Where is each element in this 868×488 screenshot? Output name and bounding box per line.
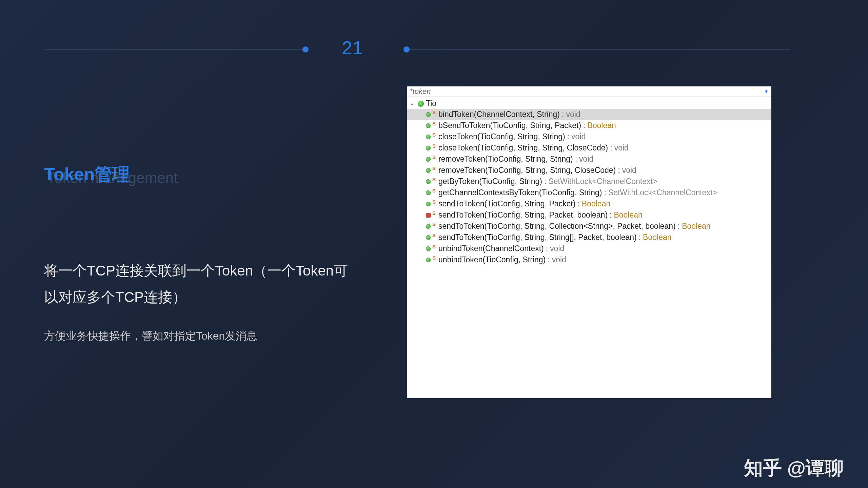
static-marker-icon: S: [432, 210, 436, 216]
return-separator: :: [567, 132, 569, 141]
watermark: 知乎 @谭聊: [744, 455, 844, 481]
method-signature: removeToken(TioConfig, String, String, C…: [438, 166, 616, 175]
method-signature: bSendToToken(TioConfig, String, Packet): [438, 121, 581, 130]
method-row[interactable]: ScloseToken(TioConfig, String, String, C…: [407, 142, 771, 154]
return-type: void: [552, 255, 566, 264]
class-row[interactable]: ⌄ Tio: [407, 97, 771, 109]
method-signature: closeToken(TioConfig, String, String): [438, 132, 565, 141]
method-signature: sendToToken(TioConfig, String, Collectio…: [438, 222, 676, 231]
return-type: Boolean: [587, 121, 616, 130]
method-row[interactable]: SremoveToken(TioConfig, String, String) …: [407, 154, 771, 165]
return-separator: :: [618, 166, 620, 175]
static-marker-icon: S: [432, 109, 436, 115]
method-visibility-icon: [426, 157, 431, 162]
return-type: void: [579, 155, 593, 164]
static-marker-icon: S: [432, 165, 436, 171]
return-type: void: [622, 166, 636, 175]
method-visibility-icon: [426, 190, 431, 195]
method-visibility-icon: [426, 112, 431, 117]
return-type: void: [566, 110, 580, 119]
return-separator: :: [678, 222, 680, 231]
dropdown-caret-icon[interactable]: ▼: [764, 89, 769, 94]
divider-left: [44, 49, 305, 50]
class-icon: [418, 101, 424, 107]
static-marker-icon: S: [432, 143, 436, 149]
method-row[interactable]: SunbindToken(ChannelContext) : void: [407, 243, 771, 254]
return-separator: :: [546, 244, 548, 253]
static-marker-icon: S: [432, 255, 436, 261]
static-marker-icon: S: [432, 221, 436, 227]
method-signature: sendToToken(TioConfig, String, String[],…: [438, 233, 637, 242]
method-row[interactable]: SgetChannelContextsByToken(TioConfig, St…: [407, 187, 771, 198]
return-type: Boolean: [582, 199, 610, 208]
return-separator: :: [583, 121, 585, 130]
method-row[interactable]: SgetByToken(TioConfig, String) : SetWith…: [407, 176, 771, 187]
search-input[interactable]: *token ▼: [407, 86, 771, 97]
method-visibility-icon: [426, 258, 431, 262]
method-signature: sendToToken(TioConfig, String, Packet, b…: [438, 210, 608, 220]
method-signature: sendToToken(TioConfig, String, Packet): [438, 199, 575, 208]
page-number: 21: [342, 37, 363, 59]
method-visibility-icon: [426, 146, 431, 150]
return-separator: :: [604, 188, 606, 197]
return-separator: :: [562, 110, 564, 119]
method-row[interactable]: SsendToToken(TioConfig, String, String[]…: [407, 232, 771, 243]
method-visibility-icon: [426, 202, 431, 206]
method-signature: closeToken(TioConfig, String, String, Cl…: [438, 143, 608, 152]
method-signature: unbindToken(ChannelContext): [438, 244, 544, 253]
code-outline-panel: *token ▼ ⌄ Tio SbindToken(ChannelContext…: [407, 86, 771, 398]
static-marker-icon: S: [432, 232, 436, 238]
return-separator: :: [575, 155, 577, 164]
page-title: Token管理: [44, 163, 349, 186]
method-row[interactable]: SbindToken(ChannelContext, String) : voi…: [407, 109, 771, 120]
expand-icon[interactable]: ⌄: [410, 100, 416, 107]
return-separator: :: [610, 210, 612, 220]
method-visibility-icon: [426, 179, 431, 184]
description-main: 将一个TCP连接关联到一个Token（一个Token可以对应多个TCP连接）: [44, 258, 349, 310]
class-name: Tio: [426, 99, 436, 108]
return-type: SetWithLock<ChannelContext>: [608, 188, 717, 197]
method-row[interactable]: SunbindToken(TioConfig, String) : void: [407, 254, 771, 265]
method-signature: getChannelContextsByToken(TioConfig, Str…: [438, 188, 602, 197]
return-type: Boolean: [643, 233, 671, 242]
divider-right: [407, 49, 790, 50]
static-marker-icon: S: [432, 188, 436, 194]
static-marker-icon: S: [432, 244, 436, 249]
method-row[interactable]: SremoveToken(TioConfig, String, String, …: [407, 165, 771, 176]
method-row[interactable]: SsendToToken(TioConfig, String, Packet) …: [407, 198, 771, 209]
method-row[interactable]: SbSendToToken(TioConfig, String, Packet)…: [407, 120, 771, 131]
return-type: void: [614, 143, 629, 152]
static-marker-icon: S: [432, 177, 436, 182]
static-marker-icon: S: [432, 199, 436, 205]
return-type: Boolean: [614, 210, 642, 220]
method-row[interactable]: SsendToToken(TioConfig, String, Packet, …: [407, 209, 771, 221]
return-type: void: [571, 132, 586, 141]
return-type: Boolean: [682, 222, 710, 231]
search-text: *token: [410, 87, 431, 96]
left-content: Token management Token管理 将一个TCP连接关联到一个To…: [44, 163, 349, 344]
static-marker-icon: S: [432, 132, 436, 138]
return-separator: :: [639, 233, 641, 242]
return-separator: :: [548, 255, 550, 264]
method-visibility-icon: [426, 123, 431, 128]
method-row[interactable]: SsendToToken(TioConfig, String, Collecti…: [407, 221, 771, 232]
static-marker-icon: S: [432, 154, 436, 160]
method-visibility-icon: [426, 168, 431, 173]
return-separator: :: [577, 199, 579, 208]
method-visibility-icon: [426, 246, 431, 251]
static-marker-icon: S: [432, 121, 436, 126]
method-visibility-icon: [426, 135, 431, 139]
return-type: SetWithLock<ChannelContext>: [548, 177, 657, 186]
return-separator: :: [610, 143, 612, 152]
method-signature: removeToken(TioConfig, String, String): [438, 155, 573, 164]
return-separator: :: [544, 177, 546, 186]
method-signature: unbindToken(TioConfig, String): [438, 255, 546, 264]
method-signature: bindToken(ChannelContext, String): [438, 110, 560, 119]
method-row[interactable]: ScloseToken(TioConfig, String, String) :…: [407, 131, 771, 142]
method-visibility-icon: [426, 213, 431, 218]
method-signature: getByToken(TioConfig, String): [438, 177, 542, 186]
method-visibility-icon: [426, 224, 431, 229]
method-visibility-icon: [426, 235, 431, 240]
return-type: void: [550, 244, 564, 253]
description-sub: 方便业务快捷操作，譬如对指定Token发消息: [44, 329, 349, 344]
